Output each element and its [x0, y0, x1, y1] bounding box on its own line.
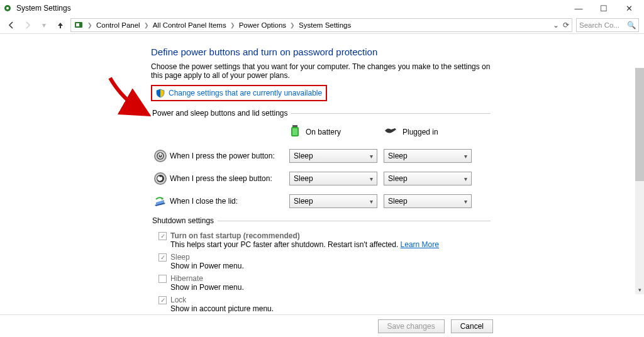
column-header-plugged: Plugged in — [384, 124, 478, 140]
window-title: System Settings — [16, 4, 71, 13]
minimize-button[interactable]: — — [566, 1, 591, 16]
title-bar: System Settings — ☐ ✕ — [0, 0, 644, 16]
app-icon — [3, 3, 13, 13]
page-title: Define power buttons and turn on passwor… — [151, 47, 491, 57]
fast-startup-option: ✓ Turn on fast startup (recommended) Thi… — [158, 231, 491, 249]
content-area: Define power buttons and turn on passwor… — [0, 34, 644, 317]
sleep-button-battery-select[interactable]: Sleep — [289, 172, 377, 185]
column-header-battery: On battery — [289, 124, 384, 140]
breadcrumb-item[interactable]: System Settings — [299, 21, 351, 29]
plug-icon — [384, 126, 397, 138]
lock-option: ✓ Lock Show in account picture menu. — [158, 296, 491, 313]
sleep-button-row: When I press the sleep button: Sleep Sle… — [151, 167, 491, 190]
chevron-right-icon[interactable]: ❯ — [85, 22, 95, 28]
navigation-bar: ▾ ❯ Control Panel ❯ All Control Panel It… — [0, 16, 644, 34]
sleep-checkbox[interactable]: ✓ — [158, 253, 167, 262]
power-button-plugged-select[interactable]: Sleep — [384, 149, 472, 163]
close-button[interactable]: ✕ — [616, 1, 641, 16]
scroll-down-button[interactable]: ▾ — [635, 285, 644, 294]
forward-button[interactable] — [21, 19, 34, 31]
breadcrumb-item[interactable]: Control Panel — [96, 21, 140, 29]
scrollbar-thumb[interactable] — [635, 68, 644, 181]
maximize-button[interactable]: ☐ — [591, 1, 616, 16]
address-icon — [74, 19, 84, 31]
section-legend: Shutdown settings — [151, 216, 218, 225]
refresh-button[interactable]: ⟳ — [563, 21, 569, 30]
chevron-right-icon[interactable]: ❯ — [228, 22, 238, 28]
cancel-button[interactable]: Cancel — [451, 319, 493, 333]
chevron-right-icon[interactable]: ❯ — [287, 22, 297, 28]
power-buttons-section: Power and sleep buttons and lid settings… — [151, 109, 491, 213]
search-placeholder: Search Co... — [579, 21, 619, 29]
section-legend: Power and sleep buttons and lid settings — [151, 109, 291, 118]
annotation-arrow — [107, 75, 151, 119]
back-button[interactable] — [5, 19, 18, 31]
shield-icon — [156, 89, 165, 97]
vertical-scrollbar[interactable]: ▴ ▾ — [635, 68, 644, 294]
power-button-row: When I press the power button: Sleep Sle… — [151, 145, 491, 167]
lock-checkbox[interactable]: ✓ — [158, 296, 167, 304]
save-changes-button[interactable]: Save changes — [378, 319, 445, 333]
battery-icon — [289, 124, 301, 140]
page-subtitle: Choose the power settings that you want … — [151, 62, 491, 80]
power-button-icon — [151, 148, 170, 163]
lid-icon — [151, 194, 170, 209]
learn-more-link[interactable]: Learn More — [401, 240, 439, 249]
power-button-battery-select[interactable]: Sleep — [289, 149, 377, 163]
chevron-right-icon[interactable]: ❯ — [142, 22, 152, 28]
svg-point-1 — [6, 7, 9, 9]
search-input[interactable]: Search Co... 🔍 — [576, 18, 639, 32]
fast-startup-desc: This helps start your PC faster after sh… — [170, 240, 491, 249]
lid-battery-select[interactable]: Sleep — [289, 194, 377, 208]
svg-rect-4 — [292, 125, 297, 127]
footer-bar: Save changes Cancel — [0, 314, 644, 337]
hibernate-option: Hibernate Show in Power menu. — [158, 274, 491, 292]
svg-rect-3 — [76, 23, 79, 26]
hibernate-checkbox[interactable] — [158, 275, 167, 283]
svg-rect-6 — [292, 128, 297, 135]
breadcrumb-item[interactable]: Power Options — [239, 21, 286, 29]
breadcrumb-item[interactable]: All Control Panel Items — [153, 21, 226, 29]
recent-locations-button[interactable]: ▾ — [38, 19, 50, 31]
up-button[interactable] — [54, 19, 67, 31]
address-bar[interactable]: ❯ Control Panel ❯ All Control Panel Item… — [70, 18, 572, 32]
lid-row: When I close the lid: Sleep Sleep — [151, 190, 491, 213]
lid-plugged-select[interactable]: Sleep — [384, 194, 472, 208]
sleep-button-plugged-select[interactable]: Sleep — [384, 172, 472, 185]
change-settings-link[interactable]: Change settings that are currently unava… — [169, 89, 322, 97]
fast-startup-checkbox[interactable]: ✓ — [158, 232, 167, 240]
address-dropdown-button[interactable]: ⌄ — [553, 21, 559, 30]
sleep-option: ✓ Sleep Show in Power menu. — [158, 253, 491, 270]
shutdown-settings-section: Shutdown settings ✓ Turn on fast startup… — [151, 216, 491, 317]
search-icon: 🔍 — [627, 21, 636, 30]
sleep-button-icon — [151, 171, 170, 186]
change-settings-highlight: Change settings that are currently unava… — [151, 85, 327, 101]
